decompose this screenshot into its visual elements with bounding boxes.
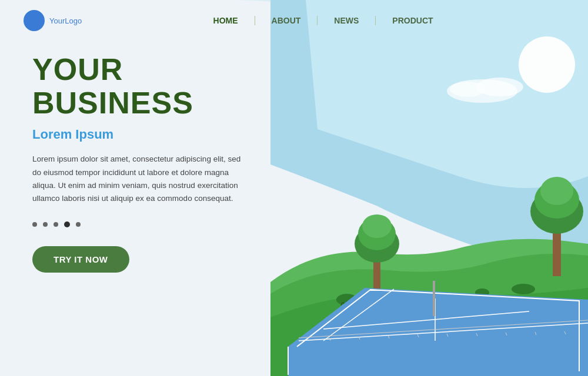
try-it-now-button[interactable]: TRY IT NOW [32, 246, 129, 273]
nav-news[interactable]: NEWS [318, 16, 376, 25]
svg-rect-8 [553, 229, 561, 276]
dot-3[interactable] [54, 222, 58, 227]
nav: HOME ABOUT NEWS PRODUCT [197, 16, 450, 25]
svg-rect-16 [433, 281, 435, 316]
carousel-dots [32, 221, 279, 227]
dot-5[interactable] [76, 222, 81, 227]
logo-icon [24, 10, 45, 31]
hero-title: YOUR BUSINESS [32, 53, 279, 120]
svg-point-15 [512, 284, 535, 294]
header: YourLogo HOME ABOUT NEWS PRODUCT [0, 0, 588, 41]
hero-description: Lorem ipsum dolor sit amet, consectetur … [32, 153, 244, 205]
logo-text: YourLogo [49, 16, 82, 25]
dot-2[interactable] [43, 222, 48, 227]
dot-1[interactable] [32, 222, 37, 227]
nav-home[interactable]: HOME [197, 16, 255, 25]
hero-content: YOUR BUSINESS Lorem Ipsum Lorem ipsum do… [32, 53, 279, 273]
svg-point-3 [450, 82, 485, 97]
svg-point-7 [362, 214, 392, 238]
hero-subtitle: Lorem Ipsum [32, 127, 279, 142]
dot-4[interactable] [64, 221, 70, 227]
nav-about[interactable]: ABOUT [255, 16, 318, 25]
svg-point-0 [519, 36, 575, 93]
svg-point-11 [540, 177, 573, 205]
nav-product[interactable]: PRODUCT [376, 16, 449, 25]
logo-area: YourLogo [24, 10, 82, 31]
